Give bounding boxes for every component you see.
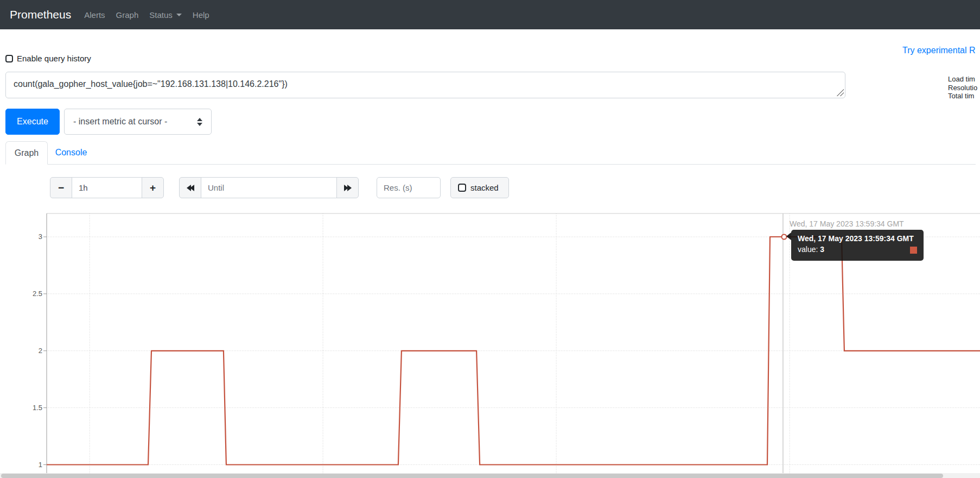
tooltip-timestamp: Wed, 17 May 2023 13:59:34 GMT	[798, 234, 917, 243]
tab-graph[interactable]: Graph	[5, 141, 48, 165]
graph-tooltip: Wed, 17 May 2023 13:59:34 GMT value: 3	[791, 230, 924, 261]
tooltip-series-swatch	[910, 247, 917, 254]
tooltip-value: 3	[820, 245, 824, 254]
hover-time-label: Wed, 17 May 2023 13:59:34 GMT	[790, 219, 904, 228]
tooltip-value-row: value: 3	[798, 245, 917, 254]
tooltip-arrow-left-icon	[786, 232, 791, 240]
